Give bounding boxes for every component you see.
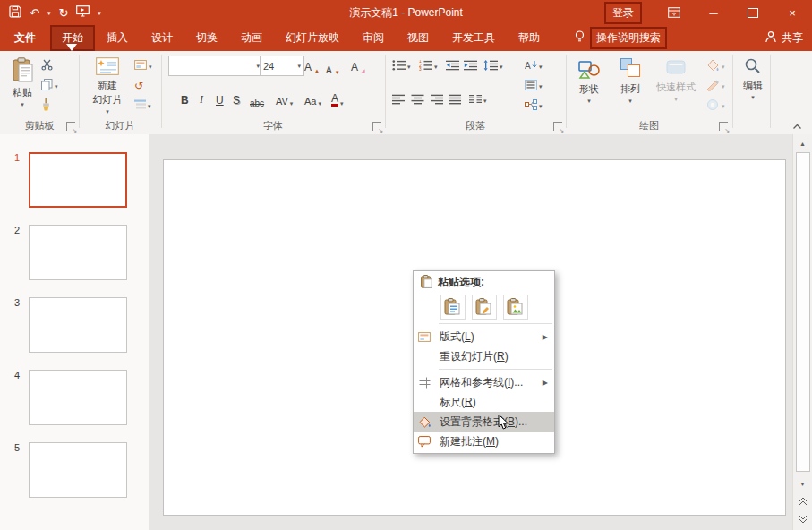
scrollbar-thumb[interactable] bbox=[796, 152, 810, 472]
tab-view[interactable]: 视图 bbox=[396, 25, 440, 51]
line-spacing-button[interactable]: ▾ bbox=[483, 58, 503, 74]
arrange-button[interactable]: 排列 ▾ bbox=[612, 54, 648, 121]
slide-thumbnail-1[interactable] bbox=[29, 152, 127, 208]
numbering-dropdown-icon[interactable]: ▾ bbox=[434, 64, 438, 70]
decrease-indent-button[interactable] bbox=[446, 58, 459, 74]
numbering-button[interactable]: 123 ▾ bbox=[419, 58, 438, 74]
paste-keep-source-formatting-button[interactable] bbox=[472, 295, 497, 320]
grow-font-button[interactable]: A▲ bbox=[304, 57, 320, 73]
text-direction-dropdown-icon[interactable]: ▾ bbox=[539, 64, 543, 70]
tab-file[interactable]: 文件 bbox=[0, 25, 50, 51]
font-size-dropdown-icon[interactable]: ▾ bbox=[297, 63, 301, 69]
section-dropdown-icon[interactable]: ▾ bbox=[148, 103, 151, 109]
quick-styles-button[interactable]: 快速样式 ▾ bbox=[652, 54, 700, 121]
convert-to-smartart-button[interactable]: ▾ bbox=[525, 98, 543, 114]
font-dialog-launcher[interactable] bbox=[372, 122, 381, 131]
sign-in-button[interactable]: 登录 bbox=[604, 2, 642, 24]
line-spacing-dropdown-icon[interactable]: ▾ bbox=[500, 64, 503, 70]
shapes-dropdown-icon[interactable]: ▾ bbox=[587, 98, 591, 104]
font-color-button[interactable]: A▾ bbox=[331, 90, 344, 107]
clear-formatting-button[interactable]: A◢ bbox=[351, 57, 365, 73]
columns-dropdown-icon[interactable]: ▾ bbox=[483, 98, 487, 104]
change-case-dropdown-icon[interactable]: ▾ bbox=[318, 100, 321, 107]
close-button[interactable]: × bbox=[773, 0, 812, 25]
columns-button[interactable]: ▾ bbox=[469, 92, 487, 108]
character-spacing-dropdown-icon[interactable]: ▾ bbox=[290, 100, 294, 107]
collapse-ribbon-button[interactable] bbox=[790, 121, 804, 132]
text-direction-button[interactable]: A ▾ bbox=[525, 58, 543, 74]
align-text-dropdown-icon[interactable]: ▾ bbox=[539, 83, 543, 90]
tab-slideshow[interactable]: 幻灯片放映 bbox=[274, 25, 351, 51]
scroll-down-icon[interactable]: ▼ bbox=[793, 476, 812, 491]
paste-button[interactable]: 粘贴 ▾ bbox=[4, 54, 40, 121]
shape-fill-button[interactable]: ▾ bbox=[705, 58, 725, 74]
bullets-button[interactable]: ▾ bbox=[392, 58, 411, 74]
scroll-up-icon[interactable]: ▲ bbox=[793, 136, 812, 150]
drawing-dialog-launcher[interactable] bbox=[719, 122, 728, 131]
arrange-dropdown-icon[interactable]: ▾ bbox=[628, 98, 632, 104]
shapes-button[interactable]: 形状 ▾ bbox=[571, 54, 607, 121]
font-size-combobox[interactable]: 24 ▾ bbox=[260, 56, 304, 76]
tab-design[interactable]: 设计 bbox=[140, 25, 184, 51]
menu-item-new-comment[interactable]: 新建批注(M) bbox=[414, 432, 554, 451]
tab-review[interactable]: 审阅 bbox=[351, 25, 396, 51]
tab-insert[interactable]: 插入 bbox=[95, 25, 140, 51]
underline-button[interactable]: U bbox=[216, 90, 224, 107]
paste-as-picture-button[interactable] bbox=[503, 295, 528, 320]
share-button[interactable]: 共享 bbox=[765, 25, 803, 51]
menu-item-ruler[interactable]: 标尺(R) bbox=[414, 392, 554, 412]
align-text-button[interactable]: ▾ bbox=[525, 78, 543, 94]
new-slide-button[interactable]: 新建 幻灯片 ▾ bbox=[82, 54, 132, 121]
change-case-button[interactable]: Aa▾ bbox=[304, 90, 321, 107]
layout-dropdown-icon[interactable]: ▾ bbox=[149, 64, 152, 70]
italic-button[interactable]: I bbox=[200, 90, 203, 107]
character-spacing-button[interactable]: AV▾ bbox=[276, 90, 293, 107]
ribbon-display-options-icon[interactable] bbox=[654, 0, 694, 25]
paste-dropdown-icon[interactable]: ▾ bbox=[21, 101, 24, 107]
font-color-dropdown-icon[interactable]: ▾ bbox=[340, 100, 344, 107]
text-shadow-button[interactable]: S bbox=[233, 90, 240, 107]
bold-button[interactable]: B bbox=[181, 90, 189, 107]
layout-button[interactable]: ▾ bbox=[134, 58, 152, 74]
align-left-button[interactable] bbox=[392, 92, 406, 108]
tab-help[interactable]: 帮助 bbox=[507, 25, 551, 51]
tab-developer[interactable]: 开发工具 bbox=[440, 25, 507, 51]
paragraph-dialog-launcher[interactable] bbox=[553, 122, 562, 131]
new-slide-dropdown-icon[interactable]: ▾ bbox=[106, 108, 109, 115]
editing-button[interactable]: 编辑 ▾ bbox=[736, 54, 770, 121]
tab-animations[interactable]: 动画 bbox=[229, 25, 274, 51]
strikethrough-button[interactable]: abc bbox=[250, 92, 264, 108]
menu-item-reset-slide[interactable]: 重设幻灯片(R) bbox=[414, 346, 554, 366]
tab-transitions[interactable]: 切换 bbox=[184, 25, 229, 51]
copy-button[interactable]: ▾ bbox=[41, 78, 58, 94]
format-painter-button[interactable] bbox=[41, 98, 51, 114]
shape-effects-button[interactable]: ▾ bbox=[705, 98, 725, 114]
menu-item-format-background[interactable]: 设置背景格式(B)... bbox=[414, 412, 554, 432]
previous-slide-icon[interactable] bbox=[793, 494, 812, 509]
paste-use-destination-theme-button[interactable] bbox=[440, 295, 466, 320]
clipboard-dialog-launcher[interactable] bbox=[66, 122, 75, 131]
copy-dropdown-icon[interactable]: ▾ bbox=[55, 83, 58, 90]
tell-me-search[interactable]: 操作说明搜索 bbox=[575, 25, 667, 51]
tell-me-label[interactable]: 操作说明搜索 bbox=[590, 27, 667, 49]
slide-thumbnail-3[interactable] bbox=[29, 297, 127, 353]
editing-dropdown-icon[interactable]: ▾ bbox=[751, 94, 755, 100]
next-slide-icon[interactable] bbox=[793, 512, 812, 526]
menu-item-grid-and-guides[interactable]: 网格和参考线(I)... ▶ bbox=[414, 372, 554, 392]
font-name-combobox[interactable]: ▾ bbox=[168, 56, 263, 76]
align-right-button[interactable] bbox=[430, 92, 443, 108]
section-button[interactable]: ▾ bbox=[134, 98, 151, 114]
shape-outline-button[interactable]: ▾ bbox=[705, 78, 725, 94]
smartart-dropdown-icon[interactable]: ▾ bbox=[539, 103, 543, 109]
bullets-dropdown-icon[interactable]: ▾ bbox=[407, 64, 411, 70]
justify-button[interactable] bbox=[449, 92, 462, 108]
align-center-button[interactable] bbox=[411, 92, 424, 108]
minimize-button[interactable]: ─ bbox=[694, 0, 733, 25]
maximize-button[interactable] bbox=[733, 0, 773, 25]
increase-indent-button[interactable] bbox=[464, 58, 477, 74]
slide-thumbnail-5[interactable] bbox=[29, 442, 127, 498]
slide-thumbnail-4[interactable] bbox=[29, 370, 127, 425]
shrink-font-button[interactable]: A▼ bbox=[326, 59, 340, 75]
cut-button[interactable] bbox=[41, 58, 53, 74]
vertical-scrollbar[interactable]: ▲ ▼ bbox=[792, 134, 812, 530]
